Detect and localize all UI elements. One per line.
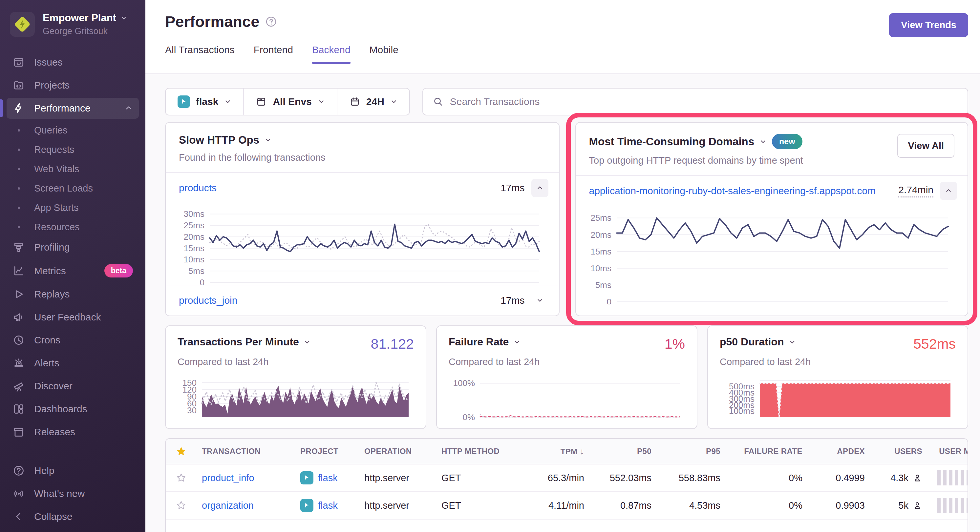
sidebar-item-issues[interactable]: Issues <box>6 52 139 73</box>
sidebar-item-releases[interactable]: Releases <box>6 421 139 443</box>
sidebar-item-app-starts[interactable]: App Starts <box>6 198 139 218</box>
sidebar-item-discover[interactable]: Discover <box>6 376 139 397</box>
tpm-cell: 4.11/min <box>522 500 584 511</box>
search-input[interactable] <box>450 96 958 107</box>
tab-all-transactions[interactable]: All Transactions <box>165 44 235 63</box>
date-range-value: 24H <box>366 96 384 107</box>
duration-value: 17ms <box>501 295 525 306</box>
column-transaction[interactable]: TRANSACTION <box>202 447 300 456</box>
column-failure-rate[interactable]: FAILURE RATE <box>721 447 802 456</box>
svg-text:25ms: 25ms <box>183 221 204 230</box>
sidebar-collapse-button[interactable]: Collapse <box>6 506 139 527</box>
tab-frontend[interactable]: Frontend <box>254 44 293 63</box>
chevron-up-icon <box>536 184 544 192</box>
project-link[interactable]: flask <box>318 500 338 511</box>
sidebar-item-requests[interactable]: Requests <box>6 140 139 159</box>
collapse-row-button[interactable] <box>531 179 549 197</box>
p50-cell: 552.03ms <box>584 473 651 483</box>
failure-rate-cell: 0% <box>721 473 802 483</box>
column-operation[interactable]: OPERATION <box>364 447 441 456</box>
domains-subtitle: Top outgoing HTTP request domains by tim… <box>589 155 803 166</box>
project-link[interactable]: flask <box>318 473 338 483</box>
svg-text:100%: 100% <box>453 378 475 388</box>
sidebar-item-metrics[interactable]: Metrics beta <box>6 260 139 282</box>
sidebar-item-queries[interactable]: Queries <box>6 121 139 140</box>
svg-text:100ms: 100ms <box>729 406 754 416</box>
tpm-chart: 150120906030 <box>178 375 414 420</box>
transaction-link[interactable]: organization <box>202 500 300 511</box>
sidebar-item-whats-new[interactable]: What's new <box>6 483 139 504</box>
main-area: Performance All Transactions Frontend Ba… <box>145 0 980 532</box>
sidebar-item-user-feedback[interactable]: User Feedback <box>6 306 139 328</box>
view-all-button[interactable]: View All <box>897 134 955 158</box>
users-cell: 5k <box>898 500 908 511</box>
flask-project-icon <box>178 95 190 108</box>
sidebar-item-label: Queries <box>34 125 68 136</box>
sidebar-item-profiling[interactable]: Profiling <box>6 237 139 258</box>
lightning-icon <box>13 102 25 114</box>
sidebar-item-alerts[interactable]: Alerts <box>6 353 139 373</box>
column-p50[interactable]: P50 <box>584 447 651 456</box>
apdex-cell: 0.4999 <box>802 473 865 483</box>
sidebar-item-crons[interactable]: Crons <box>6 330 139 351</box>
transaction-link[interactable]: products <box>179 183 216 194</box>
sidebar-item-label: Collapse <box>34 511 73 522</box>
date-range-filter[interactable]: 24H <box>337 89 409 115</box>
chevron-left-icon <box>13 510 25 523</box>
clock-icon <box>13 334 25 346</box>
view-trends-button[interactable]: View Trends <box>889 13 968 37</box>
sidebar-item-label: Web Vitals <box>34 164 80 175</box>
star-outline-icon[interactable] <box>176 500 187 511</box>
star-outline-icon[interactable] <box>176 472 187 483</box>
sidebar-item-screen-loads[interactable]: Screen Loads <box>6 179 139 198</box>
time-spent-value[interactable]: 2.74min <box>898 184 933 197</box>
tab-mobile[interactable]: Mobile <box>369 44 398 63</box>
user-misery-bar <box>937 498 968 513</box>
column-user-misery[interactable]: USER MISERY <box>922 447 968 456</box>
megaphone-icon <box>13 311 25 323</box>
sidebar-item-label: Profiling <box>34 242 70 253</box>
user-icon <box>912 473 922 483</box>
sidebar-item-dashboards[interactable]: Dashboards <box>6 399 139 419</box>
column-p95[interactable]: P95 <box>651 447 721 456</box>
search-bar[interactable] <box>422 88 968 116</box>
slow-http-ops-title[interactable]: Slow HTTP Ops <box>179 134 546 146</box>
p50-duration-value: 552ms <box>913 336 956 352</box>
help-circle-icon[interactable] <box>265 16 277 27</box>
svg-text:15ms: 15ms <box>183 243 204 253</box>
sidebar-item-performance[interactable]: Performance <box>6 98 139 119</box>
env-filter[interactable]: All Envs <box>243 89 336 115</box>
failure-rate-cell: 0% <box>721 500 802 511</box>
domains-title[interactable]: Most Time-Consuming Domains new <box>589 134 803 149</box>
column-project[interactable]: PROJECT <box>300 447 364 456</box>
p50-duration-title[interactable]: p50 Duration <box>720 336 796 348</box>
sidebar-item-label: User Feedback <box>34 311 101 323</box>
sidebar-item-projects[interactable]: Projects <box>6 75 139 96</box>
tab-backend[interactable]: Backend <box>312 44 350 63</box>
expand-row-button[interactable] <box>531 291 549 310</box>
bullet-icon <box>13 129 25 132</box>
sidebar-item-resources[interactable]: Resources <box>6 218 139 237</box>
transaction-link[interactable]: product_info <box>202 473 300 483</box>
empower-plant-logo-icon <box>11 13 33 35</box>
collapse-row-button[interactable] <box>940 182 957 200</box>
sidebar-item-web-vitals[interactable]: Web Vitals <box>6 159 139 179</box>
transaction-link[interactable]: products_join <box>179 295 237 306</box>
domain-link[interactable]: application-monitoring-ruby-dot-sales-en… <box>589 185 876 197</box>
project-filter[interactable]: flask <box>166 89 243 115</box>
column-tpm[interactable]: TPM ↓ <box>522 446 584 457</box>
sidebar-item-replays[interactable]: Replays <box>6 284 139 305</box>
sidebar-item-label: Replays <box>34 289 70 300</box>
failure-rate-title[interactable]: Failure Rate <box>449 336 520 348</box>
tpm-title[interactable]: Transactions Per Minute <box>178 336 311 348</box>
sidebar-item-help[interactable]: Help <box>6 460 139 481</box>
star-filled-icon[interactable] <box>176 446 187 457</box>
bullet-icon <box>13 149 25 151</box>
chevron-down-icon <box>264 137 272 144</box>
broadcast-icon <box>13 488 25 500</box>
column-http-method[interactable]: HTTP METHOD <box>441 447 522 456</box>
http-method-cell: GET <box>441 500 522 511</box>
org-switcher[interactable]: Empower Plant George Gritsouk <box>6 10 139 52</box>
column-users[interactable]: USERS <box>865 447 922 456</box>
column-apdex[interactable]: APDEX <box>802 447 865 456</box>
